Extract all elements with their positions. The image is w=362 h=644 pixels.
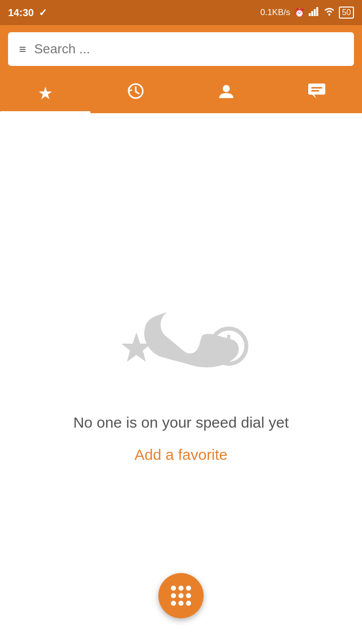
battery-level: 50 (342, 8, 351, 17)
data-speed: 0.1KB/s (260, 8, 291, 18)
dot-1 (171, 586, 176, 591)
dot-9 (186, 601, 191, 606)
battery-indicator: 50 (339, 7, 354, 19)
status-right: 0.1KB/s ⏰ 50 (260, 7, 354, 19)
verified-icon: ✓ (39, 7, 47, 19)
alarm-icon: ⏰ (294, 8, 305, 18)
svg-marker-10 (312, 95, 316, 99)
messages-icon (307, 83, 326, 104)
dot-6 (186, 593, 191, 598)
svg-rect-0 (309, 13, 311, 16)
search-input[interactable] (34, 41, 343, 57)
tab-messages[interactable] (272, 73, 362, 113)
status-left: 14:30 ✓ (8, 7, 47, 19)
wifi-icon (324, 7, 335, 19)
empty-illustration (101, 293, 261, 394)
dot-5 (178, 593, 184, 598)
svg-point-4 (328, 14, 330, 16)
signal-icon (309, 7, 320, 19)
add-favorite-button[interactable]: Add a favorite (134, 446, 227, 463)
search-input-wrapper[interactable]: ≡ (8, 32, 354, 66)
contacts-icon (217, 82, 235, 104)
svg-rect-2 (314, 9, 316, 16)
dot-7 (171, 601, 176, 606)
dot-3 (186, 586, 191, 591)
svg-point-8 (223, 85, 230, 92)
svg-line-7 (136, 92, 139, 94)
main-content: No one is on your speed dial yet Add a f… (0, 113, 362, 643)
dot-2 (178, 586, 184, 591)
time-display: 14:30 (8, 7, 34, 19)
menu-icon[interactable]: ≡ (19, 43, 26, 55)
dialpad-icon (171, 586, 191, 606)
tab-contacts[interactable] (181, 73, 272, 113)
svg-rect-11 (311, 87, 322, 89)
svg-rect-9 (308, 84, 325, 95)
empty-state-message: No one is on your speed dial yet (73, 414, 289, 431)
tab-recent[interactable] (90, 73, 181, 113)
dial-pad-fab[interactable] (158, 573, 204, 618)
dot-4 (171, 593, 176, 598)
recent-icon (127, 82, 145, 104)
svg-rect-3 (316, 7, 318, 16)
search-bar: ≡ (0, 25, 362, 73)
tab-bar: ★ (0, 73, 362, 113)
tab-favorites[interactable]: ★ (0, 73, 90, 113)
status-bar: 14:30 ✓ 0.1KB/s ⏰ 50 (0, 0, 362, 25)
dot-8 (178, 601, 184, 606)
svg-rect-1 (311, 11, 313, 16)
svg-rect-12 (311, 90, 319, 92)
favorites-icon: ★ (38, 83, 53, 103)
